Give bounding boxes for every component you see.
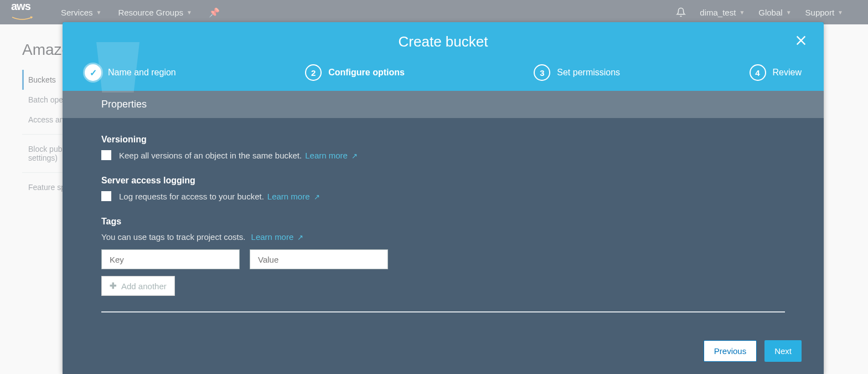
wizard-steps: ✓ Name and region 2 Configure options 3 … xyxy=(79,64,807,91)
tag-key-input[interactable] xyxy=(101,249,240,269)
section-header-properties: Properties xyxy=(63,91,824,118)
add-another-label: Add another xyxy=(121,281,167,291)
create-bucket-modal: Create bucket ✓ Name and region 2 Config… xyxy=(63,22,824,374)
modal-footer: Previous Next xyxy=(63,328,824,374)
step-number: 2 xyxy=(305,64,322,81)
step-set-permissions[interactable]: 3 Set permissions xyxy=(534,64,620,81)
bucket-bg-icon xyxy=(74,28,162,100)
versioning-label: Keep all versions of an object in the sa… xyxy=(119,151,302,160)
divider xyxy=(101,311,785,312)
external-link-icon: ↗ xyxy=(297,233,303,242)
external-link-icon: ↗ xyxy=(314,193,320,201)
logging-learn-more-link[interactable]: Learn more ↗ xyxy=(267,192,320,201)
modal-title: Create bucket xyxy=(79,33,807,50)
logging-section: Server access logging Log requests for a… xyxy=(101,176,785,201)
learn-more-text: Learn more xyxy=(267,192,310,201)
versioning-learn-more-link[interactable]: Learn more ↗ xyxy=(305,151,358,160)
logging-title: Server access logging xyxy=(101,176,785,186)
step-configure-options[interactable]: 2 Configure options xyxy=(305,64,405,81)
close-icon[interactable] xyxy=(795,33,807,50)
add-another-button[interactable]: ✚ Add another xyxy=(101,276,175,296)
next-button[interactable]: Next xyxy=(764,340,802,362)
step-number: 4 xyxy=(750,64,766,81)
versioning-checkbox[interactable] xyxy=(101,150,111,160)
learn-more-text: Learn more xyxy=(251,232,294,242)
plus-icon: ✚ xyxy=(110,281,117,291)
tags-section: Tags You can use tags to track project c… xyxy=(101,217,785,296)
step-label: Configure options xyxy=(328,68,405,78)
tags-title: Tags xyxy=(101,217,785,227)
previous-button[interactable]: Previous xyxy=(704,340,757,362)
external-link-icon: ↗ xyxy=(352,152,358,160)
logging-checkbox[interactable] xyxy=(101,191,111,201)
tags-description: You can use tags to track project costs. xyxy=(101,232,245,242)
learn-more-text: Learn more xyxy=(305,151,348,160)
logging-label: Log requests for access to your bucket. xyxy=(119,192,264,201)
step-review[interactable]: 4 Review xyxy=(750,64,802,81)
versioning-section: Versioning Keep all versions of an objec… xyxy=(101,135,785,160)
step-number: 3 xyxy=(534,64,550,81)
versioning-title: Versioning xyxy=(101,135,785,145)
tags-learn-more-link[interactable]: Learn more ↗ xyxy=(251,232,304,242)
step-label: Set permissions xyxy=(557,68,620,78)
modal-header: Create bucket ✓ Name and region 2 Config… xyxy=(63,22,824,91)
tag-value-input[interactable] xyxy=(250,249,388,269)
step-label: Review xyxy=(773,68,802,78)
modal-body[interactable]: Versioning Keep all versions of an objec… xyxy=(63,118,824,328)
